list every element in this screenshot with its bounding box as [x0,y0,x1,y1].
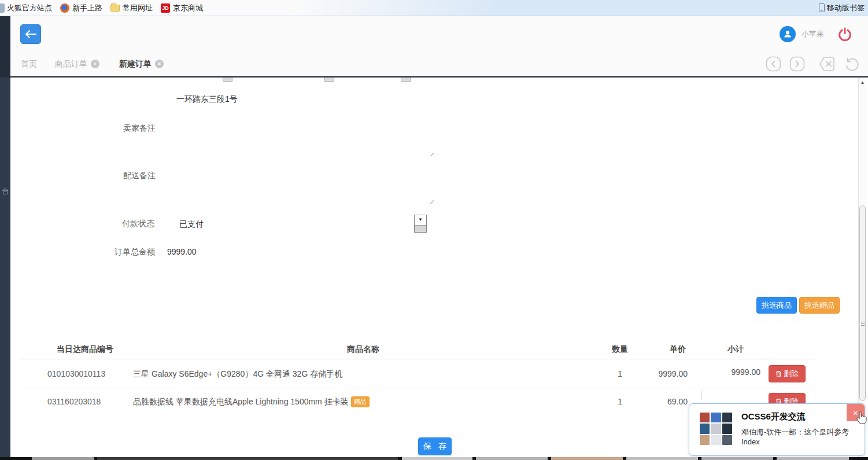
product-name: 品胜数据线 苹果数据充电线Apple Lightning 1500mm 挂卡装 [133,397,349,406]
taskbar-window-sliver[interactable] [626,457,698,460]
seller-note-field [176,116,426,154]
cell-price: 9999.00 [641,369,688,378]
avatar-tile [711,424,721,433]
cell-qty: 1 [594,397,622,406]
taskbar-window-sliver[interactable] [97,457,398,460]
cell-name: 品胜数据线 苹果数据充电线Apple Lightning 1500mm 挂卡装赠… [133,397,370,408]
delete-row-button[interactable]: 删除 [769,365,806,382]
avatar-tile [700,424,710,433]
clipped-select-button[interactable] [223,78,232,82]
bookmark-common-sites-folder[interactable]: 常用网址 [110,3,153,13]
notification-popup: × OCSS6开发交流 邓伯海-软件一部：这个是叫参考 Index [689,403,865,456]
gift-badge: 赠品 [351,396,370,407]
arrow-left-icon [25,30,36,39]
folder-icon [110,5,120,12]
avatar-grid [700,413,732,445]
delivery-note-label: 配送备注 [123,171,156,181]
notification-message-line1: 邓伯海-软件一部：这个是叫参考 [741,427,849,437]
resize-grip-icon[interactable] [428,197,434,204]
user-avatar[interactable] [780,26,796,42]
clipped-select-button[interactable] [324,78,334,82]
taskbar-window-sliver[interactable] [701,457,773,460]
tab-label: 新建订单 [119,59,152,69]
bookmark-jd-mall[interactable]: JD 京东商城 [161,3,203,13]
taskbar-window-sliver[interactable] [777,457,849,460]
clipped-select-button[interactable] [401,78,411,82]
taskbar-window-sliver[interactable] [32,457,94,460]
scrollbar-grip-icon [861,322,865,326]
sidebar-partial-label: 台 [2,186,9,197]
back-button[interactable] [20,24,41,44]
col-header-name: 商品名称 [323,344,404,355]
tab-close-icon[interactable]: × [155,60,164,68]
seller-note-label: 卖家备注 [123,123,156,134]
order-total-label: 订单总金额 [114,247,155,257]
notification-close-button[interactable]: × [847,404,865,421]
delete-label: 删除 [784,369,799,379]
refresh-tab-button[interactable] [844,56,860,72]
tab-new-order[interactable]: 新建订单 × [119,59,164,69]
section-divider [20,322,818,322]
close-tabs-icon [819,56,836,72]
tab-home[interactable]: 首页 [21,59,37,69]
mobile-phone-icon [819,3,825,12]
cell-qty: 1 [594,369,622,378]
notification-title: OCSS6开发交流 [741,411,806,422]
os-taskbar-sliver[interactable] [0,457,868,460]
order-total-value: 9999.00 [167,247,197,256]
content-scrollbar[interactable]: ▲ [858,78,866,457]
resize-grip-icon[interactable] [428,150,434,156]
close-all-tabs-button[interactable] [819,56,836,72]
avatar-tile [700,435,710,445]
sidebar-strip: 台 [0,16,10,457]
payment-status-select[interactable]: ▼ [414,215,427,233]
cell-price: 69.00 [641,397,688,406]
pick-gift-button[interactable]: 挑选赠品 [799,297,840,314]
chevron-down-icon: ▼ [415,217,426,222]
bookmark-label: 移动版书签 [827,3,865,13]
tab-scroll-right-button[interactable] [789,56,805,72]
bookmark-mobile-bookmarks[interactable]: 移动版书签 [819,3,865,13]
col-header-price: 单价 [652,344,686,355]
avatar-tile [700,413,710,422]
cell-name: 三星 Galaxy S6Edge+（G9280）4G 全网通 32G 存储手机 [133,369,342,380]
save-button[interactable]: 保 存 [418,437,452,455]
avatar-tile [722,435,732,445]
taskbar-window-sliver[interactable] [551,457,623,460]
bookmark-label: 火狐官方站点 [7,3,52,13]
taskbar-window-sliver[interactable] [402,457,472,460]
username-label: 小苹果 [801,29,824,39]
payment-status-value: 已支付 [179,219,204,230]
address-value: 一环路东三段1号 [176,94,238,105]
col-header-subtotal: 小计 [710,344,744,355]
subtotal-input-edge [701,391,701,400]
avatar-tile [722,413,732,422]
tab-product-orders[interactable]: 商品订单 × [55,59,99,69]
scroll-up-icon[interactable]: ▲ [859,80,866,85]
app-window: 台 小苹果 [0,16,868,457]
table-header-border [20,359,818,359]
firefox-icon [60,3,69,13]
notification-message-line2: Index [741,437,760,446]
tab-close-icon[interactable]: × [91,60,99,68]
cell-subtotal: 9999.00 [714,367,760,377]
screen: 火狐官方站点 新手上路 常用网址 JD 京东商城 移动版书签 台 [0,0,868,460]
avatar-tile [722,424,732,433]
tab-scroll-left-button[interactable] [766,56,781,72]
power-icon [837,26,853,42]
cell-code: 031160203018 [47,397,101,406]
delivery-note-textarea[interactable] [176,163,426,201]
taskbar-window-sliver[interactable] [476,457,548,460]
trash-icon [775,370,782,377]
scrollbar-thumb[interactable] [859,205,866,401]
cell-code: 0101030010113 [47,369,105,378]
row-divider [20,388,818,388]
bookmark-firefox-site[interactable]: 火狐官方站点 [7,3,52,13]
seller-note-textarea[interactable] [176,116,426,154]
sidebar-strip-top [0,16,10,78]
undo-refresh-icon [844,56,860,72]
pick-product-button[interactable]: 挑选商品 [756,297,797,314]
bookmark-getting-started[interactable]: 新手上路 [60,3,102,13]
col-header-code: 当日达商品编号 [57,344,113,355]
logout-button[interactable] [837,26,853,42]
